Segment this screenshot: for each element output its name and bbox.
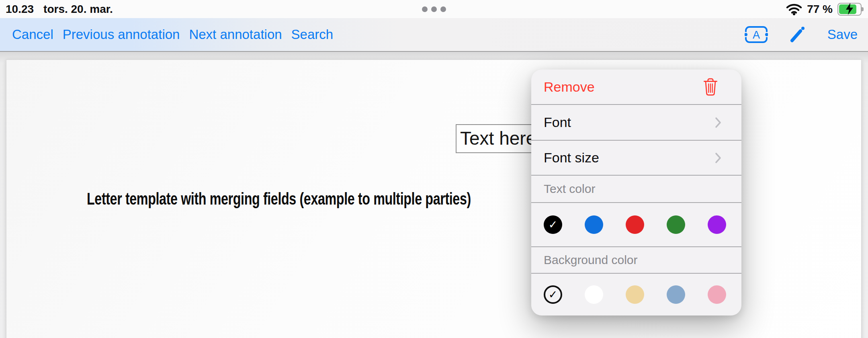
color-swatch-blue-gray[interactable] xyxy=(667,285,685,304)
font-label: Font xyxy=(544,115,571,130)
menu-item-font[interactable]: Font xyxy=(531,104,741,140)
next-annotation-button[interactable]: Next annotation xyxy=(189,27,282,42)
annotation-context-menu: Remove Font Font size xyxy=(531,70,741,315)
color-swatch-red[interactable] xyxy=(626,215,644,234)
text-color-swatches: ✓ xyxy=(531,202,741,246)
color-swatch-black[interactable]: ✓ xyxy=(544,215,562,234)
remove-label: Remove xyxy=(544,79,595,95)
screen: 10.23 tors. 20. mar. 77 % xyxy=(0,0,868,338)
color-swatch-blue[interactable] xyxy=(585,215,603,234)
search-button[interactable]: Search xyxy=(291,27,334,42)
selected-check-icon: ✓ xyxy=(549,289,558,300)
selected-check-icon: ✓ xyxy=(549,219,558,230)
annotation-toolbar: Cancel Previous annotation Next annotati… xyxy=(0,18,868,52)
text-color-section-header: Text color xyxy=(531,175,741,202)
trash-icon xyxy=(703,78,741,96)
pen-icon[interactable] xyxy=(789,26,807,43)
color-swatch-tan[interactable] xyxy=(626,285,644,304)
menu-item-remove[interactable]: Remove xyxy=(531,70,741,104)
cancel-button[interactable]: Cancel xyxy=(12,27,53,42)
previous-annotation-button[interactable]: Previous annotation xyxy=(63,27,180,42)
menu-item-font-size[interactable]: Font size xyxy=(531,140,741,175)
multitasking-dots-icon[interactable] xyxy=(0,0,868,18)
background-color-section-header: Background color xyxy=(531,246,741,273)
background-color-swatches: ✓ xyxy=(531,273,741,315)
svg-text:A: A xyxy=(753,29,760,41)
free-text-annotation-icon[interactable]: A xyxy=(745,26,768,43)
save-button[interactable]: Save xyxy=(827,27,858,42)
color-swatch-white[interactable] xyxy=(585,285,603,304)
battery-percent: 77 % xyxy=(807,3,833,16)
status-bar: 10.23 tors. 20. mar. 77 % xyxy=(0,0,868,18)
color-swatch-none[interactable]: ✓ xyxy=(544,285,562,304)
color-swatch-green[interactable] xyxy=(667,215,685,234)
color-swatch-pink[interactable] xyxy=(708,285,726,304)
document-heading: Letter template with merging fields (exa… xyxy=(87,189,471,209)
battery-icon xyxy=(837,3,862,16)
wifi-icon xyxy=(786,3,802,15)
background-color-label: Background color xyxy=(544,253,637,267)
chevron-right-icon xyxy=(715,152,741,164)
color-swatch-purple[interactable] xyxy=(708,215,726,234)
chevron-right-icon xyxy=(715,117,741,128)
text-color-label: Text color xyxy=(544,182,595,196)
font-size-label: Font size xyxy=(544,150,599,166)
